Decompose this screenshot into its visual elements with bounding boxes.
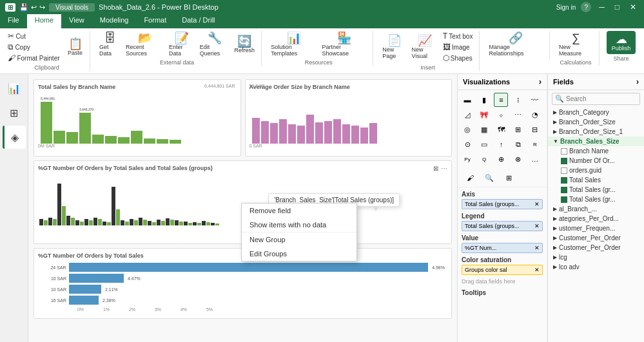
- viz-area-chart-icon[interactable]: ◿: [460, 108, 474, 122]
- viz-stacked-column-icon[interactable]: ⫶: [511, 93, 525, 107]
- viz-panel-expand[interactable]: ›: [539, 77, 542, 86]
- ctx-new-group[interactable]: New Group: [242, 233, 356, 247]
- viz-py-icon[interactable]: Py: [460, 152, 474, 166]
- tab-file[interactable]: File: [0, 14, 27, 28]
- get-data-btn[interactable]: 🗄Get Data: [98, 31, 122, 58]
- help-btn[interactable]: ?: [581, 2, 591, 12]
- text-box-btn[interactable]: TText box: [442, 31, 474, 41]
- viz-gauge-icon[interactable]: ⊙: [460, 137, 474, 151]
- viz-fields2-icon[interactable]: ⊞: [502, 171, 516, 185]
- ctx-edit-groups[interactable]: Edit Groups: [242, 247, 356, 261]
- viz-line-chart-icon[interactable]: 〰: [528, 93, 542, 107]
- enter-data-btn[interactable]: 📝Enter Data: [168, 31, 196, 58]
- new-measure-btn[interactable]: ∑New Measure: [558, 31, 594, 58]
- sidebar-data-icon[interactable]: ⊞: [3, 101, 26, 124]
- field-checkbox-checked[interactable]: [561, 196, 567, 203]
- manage-relationships-btn[interactable]: 🔗Manage Relationships: [487, 31, 544, 58]
- field-customer-frequen[interactable]: ▶ ustomer_Frequen...: [548, 223, 644, 233]
- viz-qna-icon[interactable]: Q: [477, 152, 491, 166]
- viz-more-icon[interactable]: …: [528, 152, 542, 166]
- viz-format-icon[interactable]: 🖌: [463, 171, 477, 185]
- field-checkbox-checked[interactable]: [561, 187, 567, 193]
- recent-sources-btn[interactable]: 📂Recent Sources: [124, 31, 165, 58]
- field-total-sales-gr1[interactable]: Total Sales (gr...: [548, 185, 644, 195]
- field-total-sales[interactable]: Total Sales: [548, 175, 644, 185]
- tab-home[interactable]: Home: [27, 14, 61, 28]
- field-branch-order-size-1[interactable]: ▶ Branch_Order_Size_1: [548, 127, 644, 137]
- sign-in-btn[interactable]: Sign in: [556, 4, 576, 11]
- shapes-btn[interactable]: ⬡Shapes: [442, 53, 474, 63]
- cut-btn[interactable]: ✂Cut: [6, 31, 61, 41]
- chart-total-sales[interactable]: Total Sales by Branch Name 6,444,891 SAR…: [34, 79, 241, 157]
- solution-templates-btn[interactable]: 📊Solution Templates: [269, 31, 318, 58]
- viz-card-icon[interactable]: ▭: [477, 137, 491, 151]
- value-field[interactable]: %GT Num...✕: [462, 243, 543, 253]
- tab-view[interactable]: View: [61, 14, 92, 28]
- field-branch-name[interactable]: Branch Name: [548, 146, 644, 156]
- ctx-remove-field[interactable]: Remove field: [242, 204, 356, 218]
- viz-map-icon[interactable]: 🗺: [494, 122, 508, 137]
- chart3-expand[interactable]: ⊠: [433, 165, 438, 172]
- viz-ribbon-icon[interactable]: 🎀: [477, 108, 491, 122]
- field-customer-per-order1[interactable]: ▶ Customer_Per_Order: [548, 233, 644, 243]
- field-categories-per-ord[interactable]: ▶ ategories_Per_Ord...: [548, 214, 644, 223]
- viz-table-icon[interactable]: ⊞: [511, 122, 525, 137]
- close-btn[interactable]: ✕: [627, 3, 639, 12]
- chart-avg-order[interactable]: Average Order Size by Branch Name 50 SAR…: [245, 79, 453, 157]
- fields-expand-icon[interactable]: ›: [636, 77, 639, 86]
- viz-slicer-icon[interactable]: ⧉: [511, 137, 525, 151]
- viz-waterfall-icon[interactable]: ⬦: [494, 108, 508, 122]
- field-customer-per-order2[interactable]: ▶ Customer_Per_Order: [548, 243, 644, 252]
- field-branch-sales-size[interactable]: ▼ Branch_Sales_Size: [548, 137, 644, 146]
- chart3-more[interactable]: ⋯: [441, 165, 447, 172]
- image-btn[interactable]: 🖼Image: [442, 42, 474, 52]
- viz-column-chart-icon[interactable]: ▮: [477, 93, 491, 107]
- viz-kpi-icon[interactable]: ↑: [494, 137, 508, 151]
- viz-custom2-icon[interactable]: ⊗: [511, 152, 525, 166]
- field-number-of-orders[interactable]: Number Of Or...: [548, 156, 644, 166]
- publish-btn[interactable]: ☁Publish: [607, 31, 636, 54]
- field-orders-guid[interactable]: orders.guid: [548, 166, 644, 175]
- color-sat-field[interactable]: Groups color sal✕: [462, 265, 543, 275]
- field-lcg[interactable]: ▶ lcg: [548, 252, 644, 262]
- viz-analytics-icon[interactable]: 🔍: [482, 171, 496, 185]
- search-input[interactable]: [566, 95, 637, 102]
- refresh-btn[interactable]: 🔄Refresh: [233, 34, 256, 55]
- field-branch-order-size[interactable]: ▶ Branch_Order_Size: [548, 117, 644, 127]
- viz-pie-icon[interactable]: ◔: [528, 108, 542, 122]
- undo-btn[interactable]: ↩: [31, 3, 37, 12]
- tab-modeling[interactable]: Modeling: [92, 14, 137, 28]
- field-checkbox[interactable]: [561, 148, 567, 155]
- viz-stacked-bar-icon[interactable]: ≡: [494, 93, 508, 107]
- ctx-show-items[interactable]: Show items with no data: [242, 218, 356, 232]
- axis-field[interactable]: Total Sales (groups...✕: [462, 199, 543, 209]
- minimize-btn[interactable]: ─: [596, 3, 607, 12]
- legend-field[interactable]: Total Sales (groups...✕: [462, 221, 543, 231]
- sidebar-model-icon[interactable]: ◈: [3, 126, 26, 149]
- format-painter-btn[interactable]: 🖌Format Painter: [6, 53, 61, 63]
- field-checkbox[interactable]: [561, 167, 567, 174]
- field-checkbox-checked[interactable]: [561, 177, 567, 184]
- paste-btn[interactable]: 📋 Paste: [64, 37, 87, 57]
- redo-btn[interactable]: ↪: [39, 3, 45, 12]
- new-visual-btn[interactable]: 📈New Visual: [411, 33, 439, 61]
- field-total-sales-gr2[interactable]: Total Sales (gr...: [548, 195, 644, 204]
- tab-data-drill[interactable]: Data / Drill: [174, 14, 222, 28]
- tab-format[interactable]: Format: [136, 14, 174, 28]
- viz-donut-icon[interactable]: ◎: [460, 122, 474, 137]
- edit-queries-btn[interactable]: 🔧Edit Queries: [199, 31, 231, 58]
- new-page-btn[interactable]: 📄New Page: [381, 33, 407, 61]
- viz-r-icon[interactable]: R: [528, 137, 542, 151]
- viz-bar-chart-icon[interactable]: ▬: [460, 93, 474, 107]
- sidebar-report-icon[interactable]: 📊: [3, 77, 26, 100]
- viz-scatter-icon[interactable]: ⋯: [511, 108, 525, 122]
- field-al-branch[interactable]: ▶ al_Branch_...: [548, 204, 644, 214]
- maximize-btn[interactable]: □: [612, 3, 622, 12]
- copy-btn[interactable]: ⧉Copy: [6, 42, 61, 52]
- field-branch-category[interactable]: ▶ Branch_Category: [548, 108, 644, 117]
- fields-search-box[interactable]: 🔍: [552, 93, 640, 105]
- viz-matrix-icon[interactable]: ⊟: [528, 122, 542, 137]
- viz-custom1-icon[interactable]: ⊕: [494, 152, 508, 166]
- partner-showcase-btn[interactable]: 🏪Partner Showcase: [320, 31, 367, 58]
- field-checkbox-checked[interactable]: [561, 158, 567, 164]
